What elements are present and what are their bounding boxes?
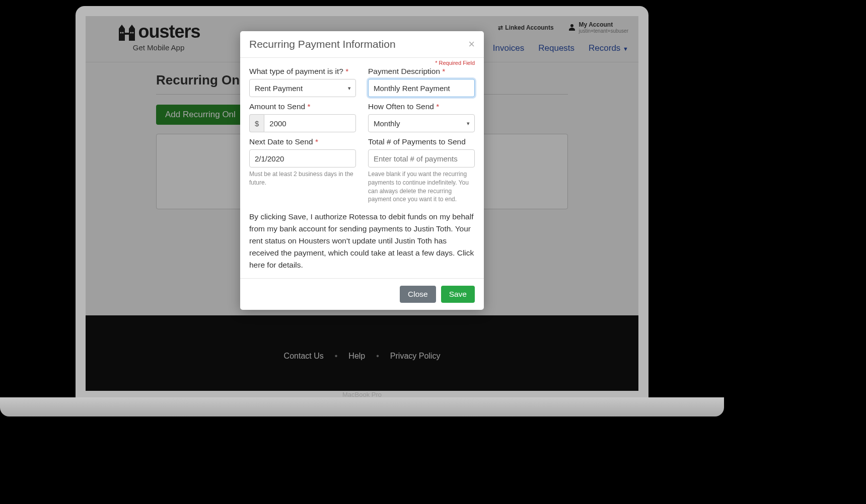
total-payments-field: Total # of Payments to Send Leave blank … xyxy=(368,137,475,204)
currency-addon: $ xyxy=(249,114,264,132)
modal-header: Recurring Payment Information × xyxy=(240,31,484,58)
svg-point-2 xyxy=(130,32,132,34)
svg-point-0 xyxy=(120,32,122,34)
total-payments-help: Leave blank if you want the recurring pa… xyxy=(368,170,475,204)
chevron-down-icon: ▼ xyxy=(623,46,628,52)
description-input[interactable] xyxy=(368,79,475,97)
modal-body: * Required Field What type of payment is… xyxy=(240,58,484,278)
footer-dot: • xyxy=(335,352,338,361)
linked-accounts-label: Linked Accounts xyxy=(505,24,553,31)
brand-logo[interactable]: ousters xyxy=(117,21,200,42)
nav-invoices[interactable]: Invoices xyxy=(493,43,524,53)
svg-point-3 xyxy=(132,32,134,34)
payment-type-label: What type of payment is it? * xyxy=(249,67,356,76)
description-label: Payment Description * xyxy=(368,67,475,76)
amount-input[interactable] xyxy=(264,114,356,132)
my-account-menu[interactable]: My Account justin+tenant+subuser xyxy=(568,21,628,34)
amount-label: Amount to Send * xyxy=(249,102,356,111)
add-recurring-button[interactable]: Add Recurring Onl xyxy=(156,105,245,125)
frequency-select[interactable]: Monthly xyxy=(368,114,475,132)
laptop-frame: ousters Get Mobile App ⇄ Linked Accounts xyxy=(76,6,648,403)
laptop-base xyxy=(0,397,724,416)
brand-text: ousters xyxy=(138,21,200,42)
svg-point-1 xyxy=(122,32,124,34)
my-account-subtitle: justin+tenant+subuser xyxy=(579,28,628,34)
amount-field: Amount to Send * $ xyxy=(249,102,356,132)
laptop-screen: ousters Get Mobile App ⇄ Linked Accounts xyxy=(86,16,638,391)
required-field-note: * Required Field xyxy=(249,60,475,66)
next-date-help: Must be at least 2 business days in the … xyxy=(249,170,356,187)
logo-block: ousters Get Mobile App xyxy=(96,21,222,52)
logo-icon xyxy=(117,22,137,42)
main-nav: Rent Invoices Requests Records ▼ xyxy=(461,43,628,53)
next-date-label: Next Date to Send * xyxy=(249,137,356,146)
nav-requests[interactable]: Requests xyxy=(538,43,574,53)
close-button[interactable]: Close xyxy=(400,286,436,303)
linked-accounts-link[interactable]: ⇄ Linked Accounts xyxy=(498,24,553,31)
payment-type-field: What type of payment is it? * Rent Payme… xyxy=(249,67,356,97)
authorization-disclaimer: By clicking Save, I authorize Rotessa to… xyxy=(249,211,475,271)
total-payments-label: Total # of Payments to Send xyxy=(368,137,475,146)
recurring-payment-modal: Recurring Payment Information × * Requir… xyxy=(240,31,484,310)
nav-records[interactable]: Records ▼ xyxy=(589,43,628,53)
footer-contact-link[interactable]: Contact Us xyxy=(284,352,324,361)
get-mobile-link[interactable]: Get Mobile App xyxy=(133,43,185,52)
user-icon xyxy=(568,23,576,33)
next-date-input[interactable] xyxy=(249,149,356,167)
modal-footer: Close Save xyxy=(240,278,484,310)
footer-dot: • xyxy=(376,352,379,361)
payment-type-select[interactable]: Rent Payment xyxy=(249,79,356,97)
app-footer: Contact Us • Help • Privacy Policy xyxy=(86,315,638,391)
next-date-field: Next Date to Send * Must be at least 2 b… xyxy=(249,137,356,204)
footer-privacy-link[interactable]: Privacy Policy xyxy=(390,352,441,361)
nav-records-label: Records xyxy=(589,43,620,53)
my-account-title: My Account xyxy=(579,21,628,28)
frequency-label: How Often to Send * xyxy=(368,102,475,111)
footer-help-link[interactable]: Help xyxy=(348,352,365,361)
swap-icon: ⇄ xyxy=(498,24,503,31)
save-button[interactable]: Save xyxy=(441,286,475,303)
modal-title: Recurring Payment Information xyxy=(249,38,396,50)
total-payments-input[interactable] xyxy=(368,149,475,167)
description-field: Payment Description * xyxy=(368,67,475,97)
frequency-field: How Often to Send * Monthly xyxy=(368,102,475,132)
modal-close-button[interactable]: × xyxy=(468,39,475,50)
